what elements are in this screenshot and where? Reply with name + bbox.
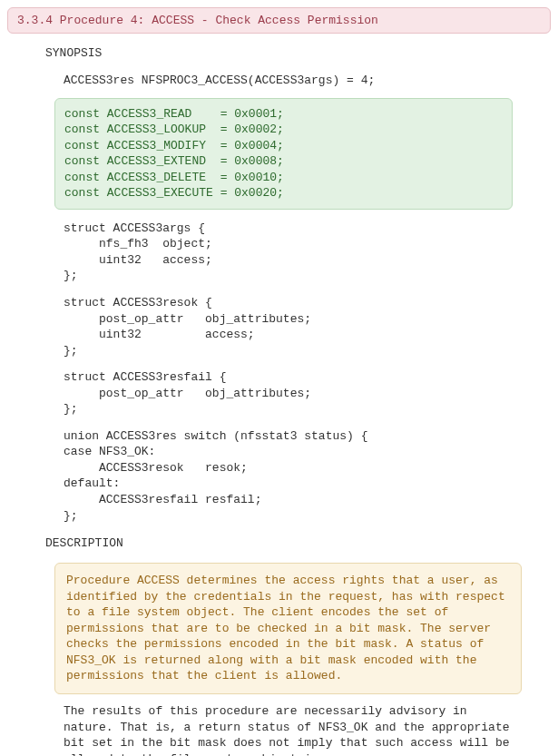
description-heading: DESCRIPTION	[45, 536, 558, 550]
struct-access3resfail: struct ACCESS3resfail { post_op_attr obj…	[64, 369, 558, 417]
function-signature: ACCESS3res NFSPROC3_ACCESS(ACCESS3args) …	[64, 73, 558, 89]
struct-access3resok: struct ACCESS3resok { post_op_attr obj_a…	[64, 295, 558, 358]
description-highlight: Procedure ACCESS determines the access r…	[54, 563, 522, 694]
union-access3res: union ACCESS3res switch (nfsstat3 status…	[64, 428, 558, 524]
synopsis-heading: SYNOPSIS	[45, 46, 558, 60]
description-paragraph: The results of this procedure are necess…	[64, 703, 522, 756]
constants-block: const ACCESS3_READ = 0x0001; const ACCES…	[54, 98, 513, 210]
struct-access3args: struct ACCESS3args { nfs_fh3 object; uin…	[64, 221, 558, 284]
section-header: 3.3.4 Procedure 4: ACCESS - Check Access…	[7, 7, 551, 34]
